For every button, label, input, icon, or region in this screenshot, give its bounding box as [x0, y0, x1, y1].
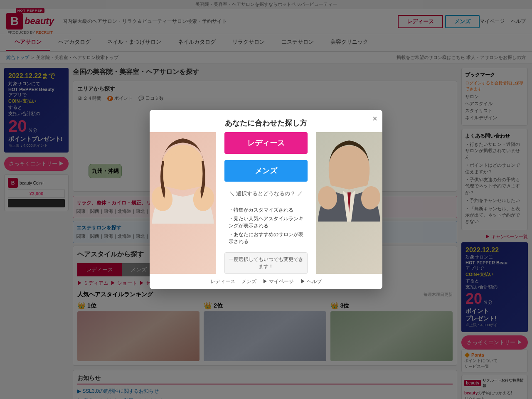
woman-silhouette-svg — [150, 132, 216, 265]
modal-bottom-link[interactable]: レディース — [210, 278, 235, 285]
modal-divider: ＼ 選択するとどうなるの？ ／ — [224, 190, 308, 197]
modal-feature-item: 見たい人気ヘアスタイルランキングが表示される — [229, 214, 303, 230]
modal-change-note: 一度選択してもいつでも変更できます！ — [224, 252, 308, 274]
modal-center: レディース メンズ ＼ 選択するとどうなるの？ ／ 特集がカスタマイズされる見た… — [216, 132, 316, 274]
modal-man-image — [316, 132, 382, 274]
modal-close-button[interactable]: × — [372, 114, 377, 123]
modal: × あなたに合わせた探し方 — [150, 110, 382, 289]
modal-feature-item: あなたにおすすめのサロンが表示される — [229, 230, 303, 246]
modal-woman-image — [150, 132, 216, 274]
man-silhouette-svg — [316, 132, 382, 265]
modal-features-list: 特集がカスタマイズされる見たい人気ヘアスタイルランキングが表示されるあなたにおす… — [224, 206, 308, 246]
modal-bottom-link[interactable]: メンズ — [241, 278, 256, 285]
modal-title: あなたに合わせた探し方 — [150, 110, 382, 132]
modal-ladies-button[interactable]: レディース — [224, 132, 308, 154]
modal-bottom-link[interactable]: ▶ ヘルプ — [300, 278, 322, 285]
modal-bottom-links: レディースメンズ▶ マイページ▶ ヘルプ — [150, 274, 382, 289]
modal-overlay[interactable]: × あなたに合わせた探し方 — [0, 0, 532, 399]
modal-mens-button[interactable]: メンズ — [224, 160, 308, 182]
modal-bottom-link[interactable]: ▶ マイページ — [263, 278, 294, 285]
modal-body: レディース メンズ ＼ 選択するとどうなるの？ ／ 特集がカスタマイズされる見た… — [150, 132, 382, 274]
modal-feature-item: 特集がカスタマイズされる — [229, 206, 303, 214]
